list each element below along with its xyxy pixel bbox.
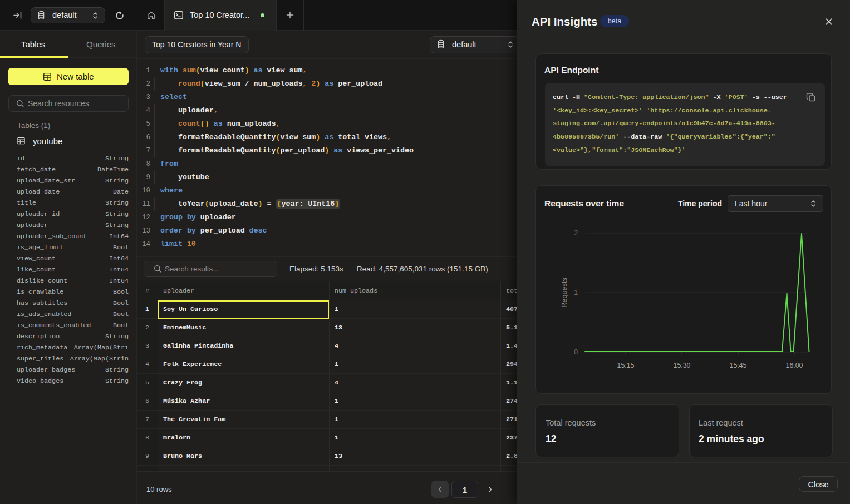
- svg-text:Requests: Requests: [561, 278, 568, 308]
- svg-text:15:45: 15:45: [730, 362, 747, 369]
- svg-text:2: 2: [574, 229, 578, 237]
- svg-text:1: 1: [574, 289, 578, 297]
- svg-text:0: 0: [574, 348, 578, 356]
- svg-text:15:15: 15:15: [617, 362, 635, 369]
- svg-text:16:00: 16:00: [786, 362, 803, 369]
- svg-text:15:30: 15:30: [674, 362, 691, 369]
